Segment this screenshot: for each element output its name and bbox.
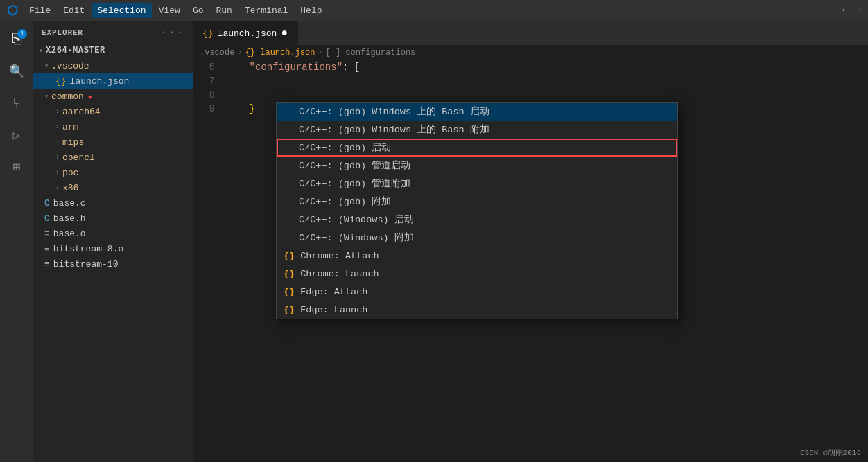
ac-checkbox: [284, 161, 293, 170]
ac-item-3[interactable]: C/C++: (gdb) 启动: [277, 139, 677, 157]
expand-arrow: ▾: [39, 46, 43, 55]
menu-run[interactable]: Run: [210, 3, 237, 18]
ac-item-5[interactable]: C/C++: (gdb) 管道附加: [277, 175, 677, 193]
breadcrumb-launch-json[interactable]: {} launch.json: [245, 48, 315, 57]
menu-terminal[interactable]: Terminal: [239, 3, 293, 18]
code-line-7: 7: [193, 74, 868, 88]
menu-help[interactable]: Help: [295, 3, 327, 18]
menu-file[interactable]: File: [24, 3, 56, 18]
line-num: 9: [193, 102, 223, 116]
tree-item-bitstream-8[interactable]: ≡ bitstream-8.o: [33, 241, 193, 256]
file-label: bitstream-8.o: [53, 244, 123, 254]
o-file-icon: ≡: [44, 259, 50, 269]
folder-label: mips: [62, 137, 84, 148]
folder-label: aarch64: [62, 107, 101, 117]
editor-area: {} launch.json ● .vscode › {} launch.jso…: [193, 21, 868, 462]
menu-bar: File Edit Selection View Go Run Terminal…: [24, 3, 328, 18]
ac-braces-icon: {}: [284, 251, 295, 261]
tree-item-mips[interactable]: › mips: [33, 134, 193, 150]
ac-label: C/C++: (gdb) 管道附加: [299, 177, 410, 190]
json-icon: {}: [55, 76, 67, 87]
ac-item-1[interactable]: C/C++: (gdb) Windows 上的 Bash 启动: [277, 103, 677, 121]
ac-item-chrome-attach[interactable]: {} Chrome: Attach: [277, 247, 677, 265]
ac-item-4[interactable]: C/C++: (gdb) 管道启动: [277, 157, 677, 175]
forward-arrow[interactable]: →: [854, 4, 861, 17]
ac-item-edge-launch[interactable]: {} Edge: Launch: [277, 301, 677, 319]
sidebar: EXPLORER ··· ▾ X264-MASTER ▾ .vscode {} …: [33, 21, 193, 462]
tree-item-base-o[interactable]: ≡ base.o: [33, 226, 193, 241]
menu-view[interactable]: View: [153, 3, 186, 18]
expand-arrow: ▾: [44, 92, 49, 100]
tab-modified-dot: ●: [281, 27, 288, 39]
vscode-logo: ⬡: [7, 3, 18, 18]
tree-item-common[interactable]: ▾ common: [33, 89, 193, 104]
run-activity-icon[interactable]: ▷: [3, 122, 30, 148]
code-line-8: 8: [193, 88, 868, 102]
nav-arrows: ← →: [842, 4, 861, 17]
tree-item-arm[interactable]: › arm: [33, 119, 193, 134]
tree-item-root[interactable]: ▾ X264-MASTER: [33, 43, 193, 58]
sidebar-tree: ▾ X264-MASTER ▾ .vscode {} launch.json ▾…: [33, 43, 193, 462]
main-layout: ⎘ 1 🔍 ⑂ ▷ ⊞ EXPLORER ··· ▾ X264-MASTER: [0, 21, 868, 462]
folder-label: ppc: [62, 168, 78, 178]
ac-braces-icon: {}: [284, 269, 295, 279]
line-content: "configurations": [: [223, 60, 868, 74]
line-content: [223, 88, 868, 102]
tree-item-launch-json[interactable]: {} launch.json: [33, 73, 193, 89]
expand-arrow: ›: [55, 169, 60, 177]
ac-checkbox: [284, 107, 293, 116]
ac-checkbox: [284, 125, 293, 134]
expand-arrow: ›: [55, 184, 60, 192]
ac-item-2[interactable]: C/C++: (gdb) Windows 上的 Bash 附加: [277, 121, 677, 139]
source-control-activity-icon[interactable]: ⑂: [3, 90, 30, 116]
breadcrumb: .vscode › {} launch.json › [ ] configura…: [193, 45, 868, 60]
line-num: 8: [193, 88, 223, 102]
ac-checkbox: [284, 143, 293, 152]
ac-item-7[interactable]: C/C++: (Windows) 启动: [277, 211, 677, 229]
sidebar-more-button[interactable]: ···: [160, 26, 184, 39]
tree-item-x86[interactable]: › x86: [33, 180, 193, 195]
breadcrumb-configurations[interactable]: [ ] configurations: [326, 48, 416, 57]
sidebar-header: EXPLORER ···: [33, 21, 193, 43]
ac-item-6[interactable]: C/C++: (gdb) 附加: [277, 193, 677, 211]
ac-checkbox: [284, 233, 293, 242]
menu-selection[interactable]: Selection: [92, 3, 151, 18]
tab-launch-json[interactable]: {} launch.json ●: [193, 21, 298, 45]
tab-json-icon: {}: [202, 28, 214, 39]
tree-item-bitstream-10[interactable]: ≡ bitstream-10: [33, 256, 193, 272]
menu-edit[interactable]: Edit: [58, 3, 90, 18]
menu-go[interactable]: Go: [187, 3, 209, 18]
file-label: bitstream-10: [53, 259, 119, 269]
extensions-activity-icon[interactable]: ⊞: [3, 154, 30, 180]
file-label: base.h: [53, 213, 86, 224]
breadcrumb-vscode[interactable]: .vscode: [200, 48, 234, 57]
root-folder-label: X264-MASTER: [46, 46, 105, 55]
tree-item-opencl[interactable]: › opencl: [33, 150, 193, 165]
ac-item-chrome-launch[interactable]: {} Chrome: Launch: [277, 265, 677, 283]
folder-label: .vscode: [51, 61, 89, 71]
files-activity-icon[interactable]: ⎘ 1: [3, 26, 30, 53]
ac-label: C/C++: (Windows) 启动: [299, 213, 414, 226]
ac-checkbox: [284, 197, 293, 206]
expand-arrow: ›: [55, 139, 60, 146]
tree-item-base-c[interactable]: C base.c: [33, 195, 193, 211]
ac-item-8[interactable]: C/C++: (Windows) 附加: [277, 229, 677, 247]
ac-label: C/C++: (Windows) 附加: [299, 231, 414, 244]
files-badge: 1: [17, 29, 27, 39]
ac-label: Chrome: Attach: [300, 251, 379, 261]
tree-item-vscode[interactable]: ▾ .vscode: [33, 58, 193, 73]
tree-item-base-h[interactable]: C base.h: [33, 211, 193, 226]
ac-item-edge-attach[interactable]: {} Edge: Attach: [277, 283, 677, 301]
tree-item-ppc[interactable]: › ppc: [33, 165, 193, 180]
folder-label: x86: [62, 183, 78, 193]
ac-label: C/C++: (gdb) 管道启动: [299, 159, 410, 172]
back-arrow[interactable]: ←: [842, 4, 849, 17]
code-line-6: 6 "configurations": [: [193, 60, 868, 74]
code-editor[interactable]: 6 "configurations": [ 7 8 9 }: [193, 60, 868, 462]
expand-arrow: ›: [55, 154, 60, 161]
search-activity-icon[interactable]: 🔍: [3, 58, 30, 85]
tree-item-aarch64[interactable]: › aarch64: [33, 104, 193, 119]
c-file-icon: C: [44, 198, 50, 208]
ac-braces-icon: {}: [284, 287, 295, 297]
line-content: [223, 74, 868, 88]
